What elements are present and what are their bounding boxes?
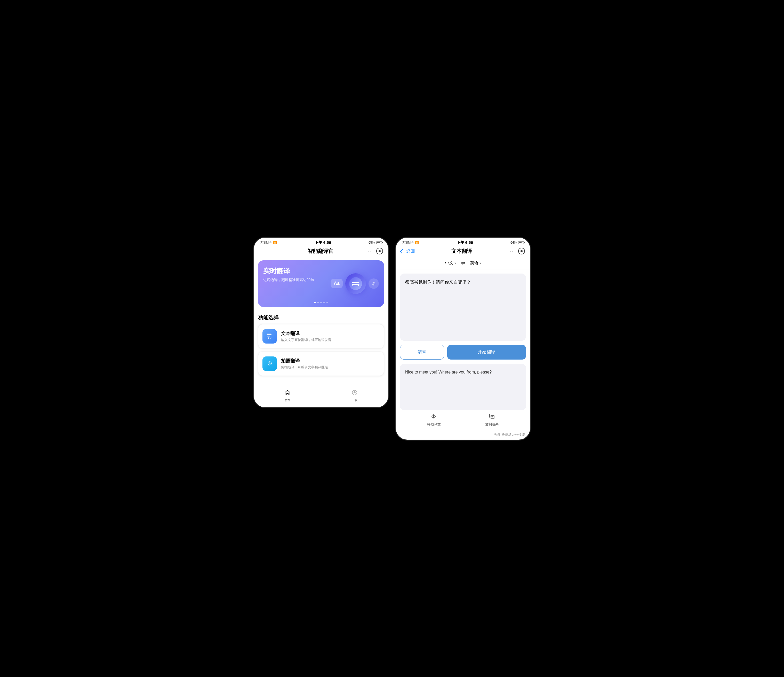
left-nav-actions: ··· xyxy=(366,248,383,254)
right-status-right: 64% xyxy=(510,241,524,244)
input-area[interactable]: 很高兴见到你！请问你来自哪里？ xyxy=(400,273,526,341)
swap-lang-icon[interactable]: ⇌ xyxy=(461,261,465,266)
dot-1 xyxy=(314,302,316,303)
right-nav-bar: 返回 文本翻译 ··· xyxy=(396,246,530,257)
back-label: 返回 xyxy=(406,248,415,254)
svg-rect-0 xyxy=(352,282,359,283)
tab-download-label: 下载 xyxy=(352,398,358,402)
left-nav-title: 智能翻译官 xyxy=(308,248,333,255)
source-lang-text: 中文 xyxy=(445,261,453,266)
right-wifi-icon: 📶 xyxy=(415,241,419,244)
left-phone: 无SIM卡 📶 下午 6:56 65% 智能翻译官 ··· xyxy=(254,238,388,407)
right-status-left: 无SIM卡 📶 xyxy=(402,240,419,245)
text-translation-desc: 输入文字直接翻译，纯正地道发音 xyxy=(281,338,331,342)
sound-icon: ◎ xyxy=(369,278,379,289)
result-area: Nice to meet you! Where are you from, pl… xyxy=(400,364,526,410)
text-translation-title: 文本翻译 xyxy=(281,331,331,337)
left-target-icon[interactable] xyxy=(376,248,383,254)
translate-orb-inner xyxy=(349,277,362,290)
right-battery-percent: 64% xyxy=(510,241,516,244)
right-target-icon[interactable] xyxy=(518,248,525,254)
right-carrier: 无SIM卡 xyxy=(402,240,414,245)
banner-dots xyxy=(314,302,328,303)
svg-rect-1 xyxy=(352,284,359,285)
chevron-left-icon xyxy=(400,249,404,253)
svg-text:Aa: Aa xyxy=(269,363,271,365)
tab-home[interactable]: 首页 xyxy=(254,390,321,402)
left-status-right: 65% xyxy=(369,241,382,244)
download-icon xyxy=(352,390,358,397)
right-status-bar: 无SIM卡 📶 下午 6:56 64% xyxy=(396,238,530,246)
left-wifi-icon: 📶 xyxy=(273,241,277,244)
watermark: 头条 @职场办公技能 xyxy=(396,430,530,440)
right-dots-menu[interactable]: ··· xyxy=(508,248,514,254)
back-button[interactable]: 返回 xyxy=(401,248,415,254)
source-lang-btn[interactable]: 中文 ▾ xyxy=(445,261,456,266)
play-button[interactable]: 播放译文 xyxy=(405,413,463,427)
text-translation-icon xyxy=(263,329,277,343)
tab-bar: 首页 下载 xyxy=(254,387,388,407)
left-status-left: 无SIM卡 📶 xyxy=(260,240,277,245)
action-row: 清空 开始翻译 xyxy=(400,345,526,360)
dot-4 xyxy=(324,302,325,303)
right-nav-title: 文本翻译 xyxy=(451,248,472,255)
svg-rect-3 xyxy=(267,335,271,336)
text-translation-info: 文本翻译 输入文字直接翻译，纯正地道发音 xyxy=(281,331,331,342)
left-banner[interactable]: 实时翻译 边说边译，翻译精准度高达99% Aa ◎ xyxy=(258,261,384,307)
tab-home-label: 首页 xyxy=(285,398,290,402)
lang-bar: 中文 ▾ ⇌ 英语 ▾ xyxy=(396,257,530,270)
copy-button[interactable]: 复制结果 xyxy=(463,413,521,427)
photo-translation-info: 拍照翻译 随拍随译，可编辑文字翻译区域 xyxy=(281,358,328,370)
dot-5 xyxy=(327,302,328,303)
banner-decoration: Aa ◎ xyxy=(331,273,379,294)
left-nav-bar: 智能翻译官 ··· xyxy=(254,246,388,257)
dot-3 xyxy=(320,302,322,303)
target-lang-arrow: ▾ xyxy=(479,261,481,265)
section-title: 功能选择 xyxy=(254,310,388,324)
source-lang-arrow: ▾ xyxy=(454,261,456,265)
copy-label: 复制结果 xyxy=(485,422,499,427)
play-icon xyxy=(431,413,437,421)
result-text: Nice to meet you! Where are you from, pl… xyxy=(405,370,492,374)
clear-button[interactable]: 清空 xyxy=(400,345,444,360)
photo-translation-card[interactable]: Aa 拍照翻译 随拍随译，可编辑文字翻译区域 xyxy=(258,351,384,376)
photo-translation-desc: 随拍随译，可编辑文字翻译区域 xyxy=(281,365,328,370)
text-translation-card[interactable]: 文本翻译 输入文字直接翻译，纯正地道发音 xyxy=(258,324,384,348)
result-actions: 播放译文 复制结果 xyxy=(400,413,526,427)
left-status-bar: 无SIM卡 📶 下午 6:56 65% xyxy=(254,238,388,246)
left-time: 下午 6:56 xyxy=(314,240,331,245)
photo-translation-icon: Aa xyxy=(263,356,277,371)
target-lang-text: 英语 xyxy=(470,261,478,266)
translate-orb xyxy=(345,273,366,294)
input-text: 很高兴见到你！请问你来自哪里？ xyxy=(405,280,471,285)
play-label: 播放译文 xyxy=(427,422,441,427)
home-icon xyxy=(285,390,291,397)
right-time: 下午 6:56 xyxy=(457,240,473,245)
tab-download[interactable]: 下载 xyxy=(321,390,388,402)
svg-rect-2 xyxy=(267,334,271,335)
right-nav-actions: ··· xyxy=(508,248,525,254)
dot-2 xyxy=(317,302,319,303)
left-battery-icon xyxy=(376,241,382,244)
right-battery-icon xyxy=(518,241,524,244)
left-carrier: 无SIM卡 xyxy=(260,240,272,245)
translate-button[interactable]: 开始翻译 xyxy=(447,345,526,360)
right-phone: 无SIM卡 📶 下午 6:56 64% 返回 文本翻译 ··· xyxy=(396,238,530,440)
photo-translation-title: 拍照翻译 xyxy=(281,358,328,364)
copy-icon xyxy=(489,413,495,421)
left-battery-percent: 65% xyxy=(369,241,375,244)
left-dots-menu[interactable]: ··· xyxy=(366,248,372,254)
target-lang-btn[interactable]: 英语 ▾ xyxy=(470,261,481,266)
text-bubble: Aa xyxy=(331,279,343,288)
